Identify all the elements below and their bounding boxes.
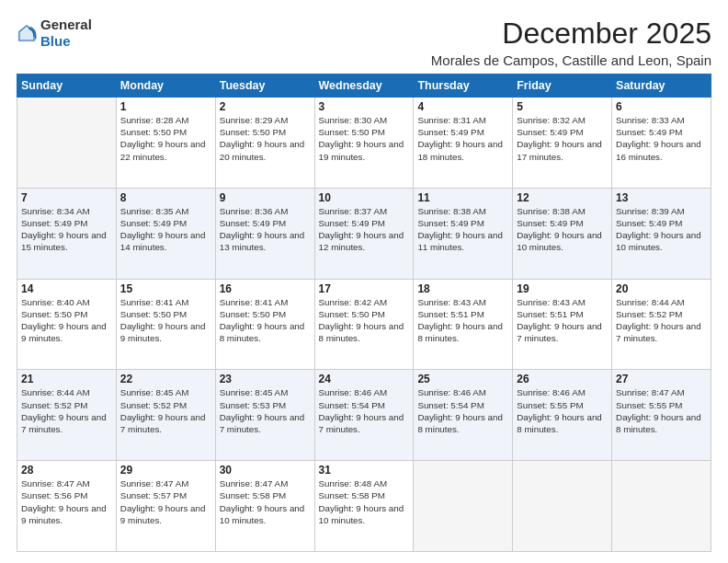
day-info: Sunrise: 8:37 AMSunset: 5:49 PMDaylight:…	[319, 205, 410, 254]
calendar: Sunday Monday Tuesday Wednesday Thursday…	[17, 74, 711, 552]
col-monday: Monday	[116, 75, 215, 98]
logo-text: General Blue	[40, 17, 92, 50]
title-block: December 2025 Morales de Campos, Castill…	[431, 17, 711, 68]
day-number: 7	[21, 191, 112, 204]
day-number: 20	[616, 282, 707, 295]
day-info: Sunrise: 8:46 AMSunset: 5:55 PMDaylight:…	[517, 386, 608, 435]
day-info: Sunrise: 8:38 AMSunset: 5:49 PMDaylight:…	[417, 205, 508, 254]
day-info: Sunrise: 8:29 AMSunset: 5:50 PMDaylight:…	[220, 114, 311, 163]
day-number: 30	[220, 464, 311, 477]
day-number: 23	[220, 373, 311, 385]
day-info: Sunrise: 8:46 AMSunset: 5:54 PMDaylight:…	[319, 386, 410, 435]
day-number: 18	[417, 282, 508, 295]
table-cell: 26Sunrise: 8:46 AMSunset: 5:55 PMDayligh…	[513, 370, 612, 461]
day-info: Sunrise: 8:43 AMSunset: 5:51 PMDaylight:…	[517, 296, 608, 345]
calendar-week-row: 7Sunrise: 8:34 AMSunset: 5:49 PMDaylight…	[17, 188, 711, 279]
col-friday: Friday	[513, 75, 612, 98]
day-info: Sunrise: 8:46 AMSunset: 5:54 PMDaylight:…	[417, 386, 508, 435]
day-info: Sunrise: 8:35 AMSunset: 5:49 PMDaylight:…	[120, 205, 211, 254]
logo-blue-text: Blue	[40, 33, 71, 49]
logo: General Blue	[17, 17, 92, 50]
day-number: 11	[417, 191, 508, 204]
table-cell: 27Sunrise: 8:47 AMSunset: 5:55 PMDayligh…	[612, 370, 711, 461]
table-cell: 13Sunrise: 8:39 AMSunset: 5:49 PMDayligh…	[612, 188, 711, 279]
day-number: 17	[319, 282, 410, 295]
logo-icon	[17, 23, 37, 43]
day-number: 13	[616, 191, 707, 204]
day-number: 24	[319, 373, 410, 385]
table-cell: 25Sunrise: 8:46 AMSunset: 5:54 PMDayligh…	[414, 370, 513, 461]
table-cell: 19Sunrise: 8:43 AMSunset: 5:51 PMDayligh…	[513, 279, 612, 370]
day-number: 16	[220, 282, 311, 295]
table-cell: 29Sunrise: 8:47 AMSunset: 5:57 PMDayligh…	[116, 461, 215, 552]
day-info: Sunrise: 8:45 AMSunset: 5:52 PMDaylight:…	[120, 386, 211, 435]
day-info: Sunrise: 8:47 AMSunset: 5:57 PMDaylight:…	[120, 477, 211, 526]
table-cell: 15Sunrise: 8:41 AMSunset: 5:50 PMDayligh…	[116, 279, 215, 370]
table-cell: 6Sunrise: 8:33 AMSunset: 5:49 PMDaylight…	[612, 98, 711, 189]
day-number: 22	[120, 373, 211, 385]
table-cell	[17, 98, 117, 189]
table-cell: 22Sunrise: 8:45 AMSunset: 5:52 PMDayligh…	[116, 370, 215, 461]
table-cell: 17Sunrise: 8:42 AMSunset: 5:50 PMDayligh…	[314, 279, 414, 370]
day-info: Sunrise: 8:47 AMSunset: 5:58 PMDaylight:…	[220, 477, 311, 526]
day-number: 1	[120, 100, 211, 113]
day-number: 10	[319, 191, 410, 204]
day-number: 2	[220, 100, 311, 113]
day-info: Sunrise: 8:41 AMSunset: 5:50 PMDaylight:…	[120, 296, 211, 345]
day-number: 3	[319, 100, 410, 113]
col-thursday: Thursday	[414, 75, 513, 98]
calendar-week-row: 21Sunrise: 8:44 AMSunset: 5:52 PMDayligh…	[17, 370, 711, 461]
day-number: 9	[220, 191, 311, 204]
table-cell: 9Sunrise: 8:36 AMSunset: 5:49 PMDaylight…	[215, 188, 314, 279]
day-number: 28	[21, 464, 112, 477]
calendar-week-row: 14Sunrise: 8:40 AMSunset: 5:50 PMDayligh…	[17, 279, 711, 370]
day-number: 26	[517, 373, 608, 385]
day-number: 8	[120, 191, 211, 204]
day-number: 25	[417, 373, 508, 385]
table-cell: 2Sunrise: 8:29 AMSunset: 5:50 PMDaylight…	[215, 98, 314, 189]
day-info: Sunrise: 8:31 AMSunset: 5:49 PMDaylight:…	[417, 114, 508, 163]
table-cell	[513, 461, 612, 552]
day-info: Sunrise: 8:42 AMSunset: 5:50 PMDaylight:…	[319, 296, 410, 345]
table-cell: 12Sunrise: 8:38 AMSunset: 5:49 PMDayligh…	[513, 188, 612, 279]
day-info: Sunrise: 8:36 AMSunset: 5:49 PMDaylight:…	[220, 205, 311, 254]
table-cell: 16Sunrise: 8:41 AMSunset: 5:50 PMDayligh…	[215, 279, 314, 370]
day-info: Sunrise: 8:38 AMSunset: 5:49 PMDaylight:…	[517, 205, 608, 254]
header: General Blue December 2025 Morales de Ca…	[17, 17, 711, 68]
day-number: 14	[21, 282, 112, 295]
day-number: 19	[517, 282, 608, 295]
calendar-week-row: 28Sunrise: 8:47 AMSunset: 5:56 PMDayligh…	[17, 461, 711, 552]
day-info: Sunrise: 8:45 AMSunset: 5:53 PMDaylight:…	[220, 386, 311, 435]
day-info: Sunrise: 8:47 AMSunset: 5:56 PMDaylight:…	[21, 477, 112, 526]
day-info: Sunrise: 8:48 AMSunset: 5:58 PMDaylight:…	[319, 477, 410, 526]
day-info: Sunrise: 8:40 AMSunset: 5:50 PMDaylight:…	[21, 296, 112, 345]
table-cell: 8Sunrise: 8:35 AMSunset: 5:49 PMDaylight…	[116, 188, 215, 279]
table-cell: 4Sunrise: 8:31 AMSunset: 5:49 PMDaylight…	[414, 98, 513, 189]
table-cell: 11Sunrise: 8:38 AMSunset: 5:49 PMDayligh…	[414, 188, 513, 279]
table-cell: 28Sunrise: 8:47 AMSunset: 5:56 PMDayligh…	[17, 461, 117, 552]
day-number: 29	[120, 464, 211, 477]
table-cell: 18Sunrise: 8:43 AMSunset: 5:51 PMDayligh…	[414, 279, 513, 370]
table-cell: 23Sunrise: 8:45 AMSunset: 5:53 PMDayligh…	[215, 370, 314, 461]
col-tuesday: Tuesday	[215, 75, 314, 98]
day-number: 12	[517, 191, 608, 204]
table-cell: 7Sunrise: 8:34 AMSunset: 5:49 PMDaylight…	[17, 188, 117, 279]
day-info: Sunrise: 8:28 AMSunset: 5:50 PMDaylight:…	[120, 114, 211, 163]
day-info: Sunrise: 8:39 AMSunset: 5:49 PMDaylight:…	[616, 205, 707, 254]
logo-general-text: General	[40, 17, 92, 32]
day-number: 6	[616, 100, 707, 113]
day-number: 5	[517, 100, 608, 113]
day-info: Sunrise: 8:43 AMSunset: 5:51 PMDaylight:…	[417, 296, 508, 345]
day-info: Sunrise: 8:47 AMSunset: 5:55 PMDaylight:…	[616, 386, 707, 435]
location: Morales de Campos, Castille and Leon, Sp…	[431, 52, 711, 68]
day-info: Sunrise: 8:30 AMSunset: 5:50 PMDaylight:…	[319, 114, 410, 163]
col-saturday: Saturday	[612, 75, 711, 98]
day-number: 27	[616, 373, 707, 385]
table-cell: 31Sunrise: 8:48 AMSunset: 5:58 PMDayligh…	[314, 461, 414, 552]
day-info: Sunrise: 8:33 AMSunset: 5:49 PMDaylight:…	[616, 114, 707, 163]
table-cell: 10Sunrise: 8:37 AMSunset: 5:49 PMDayligh…	[314, 188, 414, 279]
table-cell: 3Sunrise: 8:30 AMSunset: 5:50 PMDaylight…	[314, 98, 414, 189]
calendar-header-row: Sunday Monday Tuesday Wednesday Thursday…	[17, 75, 711, 98]
col-wednesday: Wednesday	[314, 75, 414, 98]
day-number: 21	[21, 373, 112, 385]
